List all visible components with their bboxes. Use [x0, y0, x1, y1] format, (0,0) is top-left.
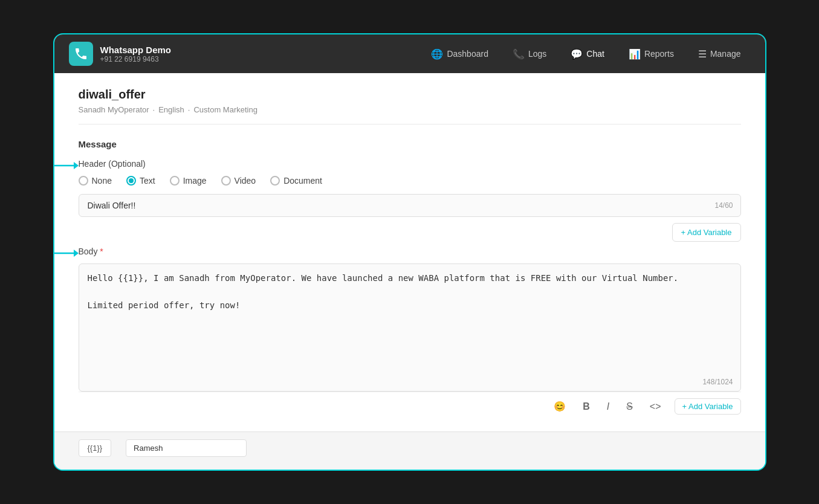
variable-value-input[interactable] [126, 439, 247, 457]
nav-logo-icon [69, 42, 93, 66]
radio-image-label: Image [183, 176, 207, 186]
message-section-label: Message [79, 139, 741, 149]
italic-icon: I [607, 401, 609, 412]
header-add-variable-label: + Add Variable [681, 228, 732, 237]
nav-brand-text: Whatsapp Demo +91 22 6919 9463 [100, 45, 172, 63]
strikethrough-btn[interactable]: S [623, 399, 636, 415]
radio-image-input[interactable] [170, 176, 180, 186]
nav-chat[interactable]: 💬 Chat [561, 44, 614, 65]
navbar: Whatsapp Demo +91 22 6919 9463 🌐 Dashboa… [54, 34, 765, 73]
content-area: diwali_offer Sanadh MyOperator · English… [54, 73, 765, 470]
form-container: diwali_offer Sanadh MyOperator · English… [54, 73, 765, 431]
body-required-star: * [100, 247, 103, 256]
body-add-variable-btn[interactable]: + Add Variable [675, 398, 741, 415]
body-add-variable-label: + Add Variable [682, 402, 733, 411]
bold-btn[interactable]: B [579, 399, 594, 415]
template-meta: Sanadh MyOperator · English · Custom Mar… [79, 105, 741, 114]
radio-image[interactable]: Image [170, 176, 207, 186]
template-language: English [158, 105, 184, 114]
header-add-variable-btn[interactable]: + Add Variable [672, 223, 741, 242]
body-textarea-wrapper: Hello {{1}}, I am Sanadh from MyOperator… [79, 263, 741, 392]
radio-none-input[interactable] [79, 176, 88, 186]
body-toolbar: 😊 B I S <> + Add Variable [79, 392, 741, 417]
strikethrough-icon: S [626, 401, 633, 412]
header-text-input-wrapper: 14/60 [79, 194, 741, 217]
body-field-label: Body * [79, 247, 741, 256]
radio-document-label: Document [283, 176, 322, 186]
radio-text-label: Text [140, 176, 155, 186]
reports-icon: 📊 [629, 48, 641, 60]
italic-btn[interactable]: I [603, 399, 613, 415]
body-arrow-indicator [53, 248, 79, 259]
body-char-count: 148/1024 [79, 375, 740, 391]
manage-icon: ☰ [698, 48, 707, 60]
radio-none-label: None [92, 176, 112, 186]
dashboard-icon: 🌐 [431, 48, 443, 60]
code-btn[interactable]: <> [646, 399, 665, 415]
meta-dot-1: · [153, 105, 155, 114]
radio-document[interactable]: Document [270, 176, 322, 186]
template-name: diwali_offer [79, 88, 741, 102]
header-text-input[interactable] [79, 195, 740, 216]
bold-icon: B [583, 401, 590, 412]
template-category: Custom Marketing [193, 105, 257, 114]
meta-dot-2: · [188, 105, 190, 114]
radio-video-label: Video [235, 176, 256, 186]
nav-logs[interactable]: 📞 Logs [503, 44, 556, 65]
bottom-bar: {{1}} [54, 431, 765, 464]
variable-input-wrapper [126, 439, 247, 457]
radio-video[interactable]: Video [221, 176, 256, 186]
template-author: Sanadh MyOperator [79, 105, 149, 114]
radio-text-input[interactable] [126, 176, 136, 186]
app-container: Whatsapp Demo +91 22 6919 9463 🌐 Dashboa… [53, 33, 766, 471]
nav-brand: Whatsapp Demo +91 22 6919 9463 [69, 42, 172, 66]
radio-video-input[interactable] [221, 176, 231, 186]
header-add-variable-container: + Add Variable [79, 223, 741, 242]
chat-icon: 💬 [571, 48, 583, 60]
nav-manage[interactable]: ☰ Manage [688, 44, 751, 65]
template-header: diwali_offer Sanadh MyOperator · English… [79, 88, 741, 124]
nav-links: 🌐 Dashboard 📞 Logs 💬 Chat 📊 Reports ☰ Ma… [421, 44, 750, 65]
radio-text[interactable]: Text [126, 176, 155, 186]
header-section-wrapper: Header (Optional) None Text Image [79, 159, 741, 242]
header-field-label: Header (Optional) [79, 159, 741, 169]
body-textarea[interactable]: Hello {{1}}, I am Sanadh from MyOperator… [79, 264, 740, 373]
radio-none[interactable]: None [79, 176, 112, 186]
radio-document-input[interactable] [270, 176, 280, 186]
emoji-btn[interactable]: 😊 [550, 398, 569, 415]
logs-icon: 📞 [513, 48, 525, 60]
brand-name: Whatsapp Demo [100, 45, 172, 55]
body-section-wrapper: Body * Hello {{1}}, I am Sanadh from MyO… [79, 247, 741, 417]
header-arrow-indicator [53, 160, 79, 171]
brand-phone: +91 22 6919 9463 [100, 55, 172, 63]
svg-marker-1 [74, 162, 79, 169]
svg-marker-3 [74, 250, 79, 257]
nav-reports[interactable]: 📊 Reports [619, 44, 684, 65]
variable-tag: {{1}} [79, 439, 112, 457]
nav-dashboard[interactable]: 🌐 Dashboard [421, 44, 498, 65]
code-icon: <> [650, 401, 661, 412]
header-radio-group: None Text Image Video [79, 176, 741, 186]
header-char-count: 14/60 [714, 201, 733, 210]
